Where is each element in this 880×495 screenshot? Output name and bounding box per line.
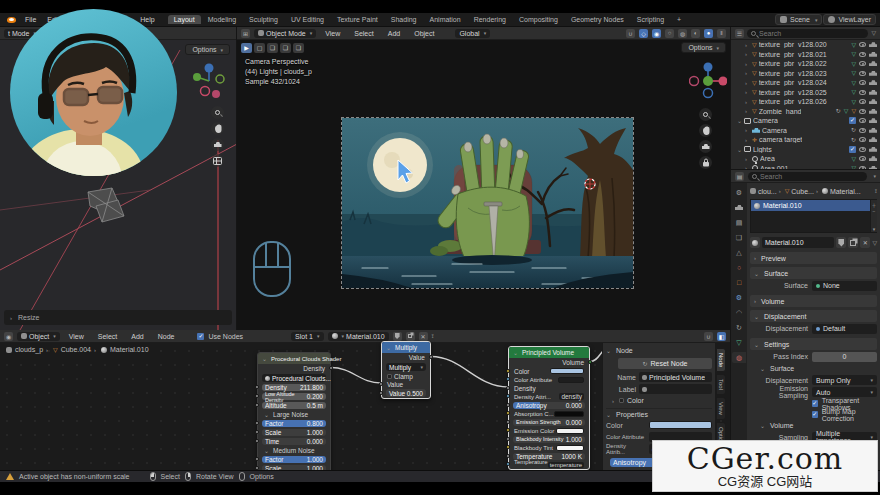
- eye-icon[interactable]: [859, 99, 866, 104]
- editor-type-icon[interactable]: ⊞: [241, 29, 250, 38]
- menu-view[interactable]: View: [64, 333, 89, 340]
- tab-modifiers-icon[interactable]: ⚙: [732, 292, 746, 303]
- render-visibility-icon[interactable]: [869, 99, 877, 104]
- properties-search-input[interactable]: Search: [748, 172, 867, 181]
- input-medium-factor[interactable]: Factor1.000: [258, 455, 330, 464]
- menu-add[interactable]: Add: [126, 333, 148, 340]
- color-swatch[interactable]: [550, 368, 584, 374]
- material-slot-selected[interactable]: Material.010: [751, 200, 876, 211]
- node-header[interactable]: ⌄Principled Volume: [509, 347, 589, 358]
- attribute-field[interactable]: [558, 377, 584, 383]
- shader-context-dropdown[interactable]: Object▾: [17, 332, 60, 341]
- eye-icon[interactable]: [859, 90, 866, 95]
- material-slot-list[interactable]: Material.010 ＋−▾: [750, 199, 877, 233]
- viewlayer-selector[interactable]: ViewLayer: [823, 14, 876, 25]
- input-emission-color[interactable]: Emission Color: [509, 427, 589, 436]
- tab-compositing[interactable]: Compositing: [513, 15, 564, 24]
- breadcrumb-object[interactable]: clouds_p: [15, 346, 43, 353]
- mesh-cluster[interactable]: [88, 188, 124, 222]
- render-visibility-icon[interactable]: [869, 109, 877, 114]
- shading-material-icon[interactable]: ◐: [691, 29, 700, 38]
- input-value-2[interactable]: Value0.500: [382, 388, 430, 398]
- input-large-time[interactable]: Time0.000: [258, 437, 330, 446]
- tab-constraints-icon[interactable]: ↻: [732, 322, 746, 333]
- displacement-select[interactable]: Default: [812, 324, 877, 334]
- list-item[interactable]: ›▽texture_pbr_v128.022▽: [731, 59, 880, 69]
- reset-node-button[interactable]: ↻Reset Node: [618, 358, 712, 369]
- tab-geometry-nodes[interactable]: Geometry Nodes: [565, 15, 630, 24]
- nodegroup-datablock[interactable]: Procedural Clouds...: [258, 373, 330, 383]
- fake-user-shield-icon[interactable]: [836, 237, 846, 248]
- fake-user-shield-icon[interactable]: [393, 332, 402, 341]
- tab-modeling[interactable]: Modeling: [202, 15, 242, 24]
- collection-checkbox[interactable]: ✓: [849, 117, 856, 124]
- input-temperature-attribute[interactable]: Temperature ...temperature: [509, 461, 589, 470]
- scene-selector[interactable]: Scene ▾: [775, 14, 822, 25]
- tab-rendering[interactable]: Rendering: [468, 15, 512, 24]
- tab-output-icon[interactable]: ▤: [732, 217, 746, 228]
- gizmos-toggle-icon[interactable]: ◇: [639, 29, 648, 38]
- tool-icon[interactable]: ▢: [254, 43, 265, 53]
- render-visibility-icon[interactable]: [869, 90, 877, 95]
- render-visibility-icon[interactable]: [869, 137, 877, 142]
- shading-rendered-icon[interactable]: ●: [704, 29, 713, 38]
- tab-view[interactable]: View: [716, 397, 726, 420]
- render-visibility-icon[interactable]: [869, 61, 877, 66]
- list-item[interactable]: ›▽texture_pbr_v128.023▽: [731, 69, 880, 79]
- pause-icon[interactable]: ‖: [717, 29, 726, 38]
- tab-viewlayer-icon[interactable]: ❏: [732, 232, 746, 243]
- node-multiply[interactable]: ⌄Multiply Value Multiply▾ Clamp Value Va…: [381, 341, 431, 399]
- eye-icon[interactable]: [859, 42, 866, 47]
- socket-output[interactable]: [588, 360, 592, 364]
- input-emission-strength[interactable]: Emission Strength0.000: [509, 418, 589, 427]
- tab-world-icon[interactable]: ○: [732, 262, 746, 273]
- tab-tool-icon[interactable]: ⚙: [732, 187, 746, 198]
- eye-icon[interactable]: [859, 80, 866, 85]
- list-item[interactable]: ›▽Zombie_hand↻▽▽: [731, 107, 880, 117]
- grid-view-icon[interactable]: [211, 154, 224, 167]
- eye-icon[interactable]: [859, 128, 866, 133]
- shading-wireframe-icon[interactable]: ○: [665, 29, 674, 38]
- menu-add[interactable]: Add: [383, 30, 405, 37]
- breadcrumb-material[interactable]: Material.010: [110, 346, 149, 353]
- tab-scene-icon[interactable]: △: [732, 247, 746, 258]
- menu-object[interactable]: Object: [409, 30, 439, 37]
- output-volume[interactable]: Volume: [509, 358, 589, 367]
- tool-icon[interactable]: ❏: [267, 43, 278, 53]
- eye-icon[interactable]: [859, 71, 866, 76]
- camera-view-icon[interactable]: [211, 138, 224, 151]
- color-swatch[interactable]: [649, 421, 712, 429]
- surface-shader-select[interactable]: None: [812, 281, 877, 291]
- input-blackbody-intensity[interactable]: Blackbody Intensity1.000: [509, 435, 589, 444]
- snap-icon[interactable]: ∪: [704, 332, 713, 341]
- outliner[interactable]: ☰ Search ▽ ›▽texture_pbr_v128.020▽ ›▽tex…: [730, 27, 880, 170]
- node-header[interactable]: ⌄Multiply: [382, 342, 430, 353]
- orientation-dropdown[interactable]: Global▾: [455, 29, 490, 38]
- zoom-icon[interactable]: [211, 106, 224, 119]
- editor-type-icon[interactable]: ◉: [4, 332, 13, 341]
- eye-icon[interactable]: [859, 52, 866, 57]
- emission-sampling-dropdown[interactable]: Auto▾: [812, 387, 877, 397]
- subpanel-surface[interactable]: ⌄Surface: [750, 363, 877, 374]
- color-swatch[interactable]: [556, 428, 584, 434]
- color-swatch[interactable]: [556, 445, 584, 451]
- move-hand-icon[interactable]: [699, 124, 712, 137]
- pin-icon[interactable]: ⟟: [875, 188, 877, 194]
- bump-map-correction-checkbox[interactable]: ✓: [812, 411, 818, 418]
- blender-logo-icon[interactable]: [7, 17, 16, 23]
- shader-node-editor[interactable]: ◉ Object▾ View Select Add Node ✓ Use Nod…: [0, 330, 730, 470]
- browse-material-icon[interactable]: [750, 237, 760, 248]
- eye-icon[interactable]: [859, 118, 866, 123]
- camera-view-icon[interactable]: [699, 140, 712, 153]
- tab-physics-icon[interactable]: ◠: [732, 307, 746, 318]
- input-blackbody-tint[interactable]: Blackbody Tint: [509, 444, 589, 453]
- node-label-field[interactable]: [639, 384, 712, 394]
- render-visibility-icon[interactable]: [869, 128, 877, 133]
- slot-dropdown[interactable]: Slot 1▾: [291, 332, 323, 341]
- list-item[interactable]: ›▽texture_pbr_v128.025▽: [731, 88, 880, 98]
- navigation-gizmo[interactable]: [689, 59, 727, 103]
- lock-icon[interactable]: [699, 156, 712, 169]
- tab-node[interactable]: Node: [716, 348, 726, 372]
- output-value[interactable]: Value: [382, 353, 430, 362]
- render-visibility-icon[interactable]: [869, 42, 877, 47]
